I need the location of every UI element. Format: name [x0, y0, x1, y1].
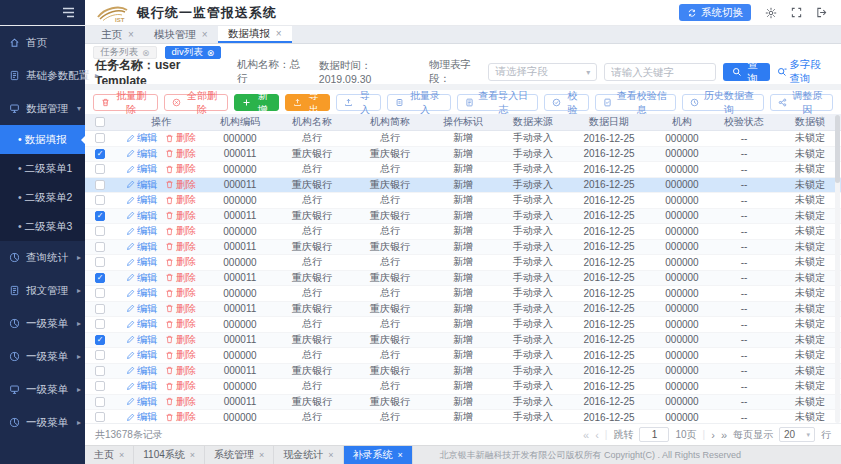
- edit-button[interactable]: 编辑: [126, 209, 157, 223]
- delete-button[interactable]: 删除: [165, 348, 196, 362]
- edit-button[interactable]: 编辑: [126, 193, 157, 207]
- edit-button[interactable]: 编辑: [126, 131, 157, 145]
- bottom-tab-cash-stats[interactable]: 现金统计 ×: [274, 446, 343, 464]
- field-select[interactable]: 请选择字段 ▾: [488, 63, 597, 81]
- row-checkbox[interactable]: [95, 180, 105, 190]
- bottom-tab-home[interactable]: 主页 ×: [85, 446, 134, 464]
- row-checkbox[interactable]: [95, 257, 105, 267]
- row-checkbox[interactable]: [95, 211, 105, 221]
- table-row[interactable]: 编辑 删除 000011 重庆银行 重庆银行 新增 手动录入 2016-12-2…: [85, 209, 841, 225]
- history-query-button[interactable]: 历史数据查询: [682, 94, 763, 111]
- row-checkbox[interactable]: [95, 304, 105, 314]
- batch-entry-button[interactable]: 批量录入: [387, 94, 450, 111]
- bottom-tab-1104-system[interactable]: 1104系统 ×: [134, 446, 205, 464]
- page-input[interactable]: [639, 427, 669, 442]
- delete-button[interactable]: 删除: [165, 333, 196, 347]
- edit-button[interactable]: 编辑: [126, 379, 157, 393]
- close-icon[interactable]: ×: [259, 450, 264, 460]
- delete-all-button[interactable]: 全部删除: [164, 94, 229, 111]
- logout-icon[interactable]: [816, 7, 827, 18]
- close-icon[interactable]: ×: [276, 28, 282, 39]
- delete-button[interactable]: 删除: [165, 364, 196, 378]
- sidebar-item-data-manage[interactable]: 数据管理 ▾: [0, 92, 85, 125]
- row-checkbox[interactable]: [95, 226, 105, 236]
- adjust-reason-button[interactable]: 调整原因: [770, 94, 833, 111]
- edit-button[interactable]: 编辑: [126, 178, 157, 192]
- per-page-select[interactable]: 20 ▾: [779, 427, 815, 442]
- row-checkbox[interactable]: [95, 133, 105, 143]
- row-checkbox[interactable]: [95, 381, 105, 391]
- close-icon[interactable]: ×: [328, 450, 333, 460]
- delete-button[interactable]: 删除: [165, 410, 196, 423]
- table-row[interactable]: 编辑 删除 000000 总行 总行 新增 手动录入 2016-12-25 00…: [85, 410, 841, 423]
- row-checkbox[interactable]: [95, 273, 105, 283]
- view-import-log-button[interactable]: 查看导入日志: [457, 94, 538, 111]
- hamburger-menu-icon[interactable]: [62, 7, 75, 18]
- table-row[interactable]: 编辑 删除 000011 重庆银行 重庆银行 新增 手动录入 2016-12-2…: [85, 333, 841, 349]
- delete-button[interactable]: 删除: [165, 271, 196, 285]
- scrollbar-thumb[interactable]: [835, 115, 840, 183]
- sidebar-item-menu-3[interactable]: 一级菜单 ▸: [0, 373, 85, 406]
- delete-button[interactable]: 删除: [165, 317, 196, 331]
- close-icon[interactable]: ×: [202, 29, 208, 40]
- tab-module-manage[interactable]: 模块管理 ×: [144, 26, 218, 43]
- edit-button[interactable]: 编辑: [126, 302, 157, 316]
- multi-field-query-link[interactable]: 多字段查询: [777, 58, 831, 86]
- edit-button[interactable]: 编辑: [126, 271, 157, 285]
- row-checkbox[interactable]: [95, 397, 105, 407]
- row-checkbox[interactable]: [95, 149, 105, 159]
- sidebar-item-submenu-2[interactable]: 二级菜单2: [0, 183, 85, 212]
- sidebar-item-menu-1[interactable]: 一级菜单 ▸: [0, 307, 85, 340]
- edit-button[interactable]: 编辑: [126, 162, 157, 176]
- sidebar-item-submenu-1[interactable]: 二级菜单1: [0, 154, 85, 183]
- view-validate-info-button[interactable]: 查看校验信息: [595, 94, 676, 111]
- table-row[interactable]: 编辑 删除 000000 总行 总行 新增 手动录入 2016-12-25 00…: [85, 317, 841, 333]
- vertical-scrollbar[interactable]: [835, 115, 840, 423]
- edit-button[interactable]: 编辑: [126, 364, 157, 378]
- sidebar-item-menu-4[interactable]: 一级菜单 ▸: [0, 406, 85, 439]
- table-row[interactable]: 编辑 删除 000000 总行 总行 新增 手动录入 2016-12-25 00…: [85, 286, 841, 302]
- delete-button[interactable]: 删除: [165, 224, 196, 238]
- batch-delete-button[interactable]: 批量删除: [93, 94, 158, 111]
- bottom-tab-system-manage[interactable]: 系统管理 ×: [205, 446, 274, 464]
- table-row[interactable]: 编辑 删除 000000 总行 总行 新增 手动录入 2016-12-25 00…: [85, 255, 841, 271]
- settings-gear-icon[interactable]: [765, 7, 777, 19]
- close-icon[interactable]: ×: [119, 450, 124, 460]
- delete-button[interactable]: 删除: [165, 147, 196, 161]
- edit-button[interactable]: 编辑: [126, 410, 157, 423]
- row-checkbox[interactable]: [95, 242, 105, 252]
- query-button[interactable]: 查询: [723, 63, 769, 81]
- table-row[interactable]: 编辑 删除 000000 总行 总行 新增 手动录入 2016-12-25 00…: [85, 162, 841, 178]
- delete-button[interactable]: 删除: [165, 286, 196, 300]
- add-button[interactable]: 新增: [234, 94, 279, 111]
- sidebar-item-home[interactable]: 首页: [0, 26, 85, 59]
- delete-button[interactable]: 删除: [165, 131, 196, 145]
- row-checkbox[interactable]: [95, 195, 105, 205]
- edit-button[interactable]: 编辑: [126, 348, 157, 362]
- prev-page-icon[interactable]: ‹: [595, 429, 599, 441]
- tab-data-entry[interactable]: 数据填报 ×: [218, 26, 292, 43]
- edit-button[interactable]: 编辑: [126, 395, 157, 409]
- table-row[interactable]: 编辑 删除 000000 总行 总行 新增 手动录入 2016-12-25 00…: [85, 193, 841, 209]
- import-button[interactable]: 导入: [336, 94, 381, 111]
- close-icon[interactable]: ×: [190, 450, 195, 460]
- table-row[interactable]: 编辑 删除 000011 重庆银行 重庆银行 新增 手动录入 2016-12-2…: [85, 271, 841, 287]
- sidebar-item-base-params[interactable]: 基础参数配置 ▸: [0, 59, 85, 92]
- edit-button[interactable]: 编辑: [126, 240, 157, 254]
- row-checkbox[interactable]: [95, 366, 105, 376]
- table-row[interactable]: 编辑 删除 000011 重庆银行 重庆银行 新增 手动录入 2016-12-2…: [85, 240, 841, 256]
- system-switch-button[interactable]: 系统切换: [679, 4, 751, 21]
- sidebar-item-message-manage[interactable]: 报文管理 ▸: [0, 274, 85, 307]
- delete-button[interactable]: 删除: [165, 379, 196, 393]
- sidebar-item-menu-2[interactable]: 一级菜单 ▸: [0, 340, 85, 373]
- row-checkbox[interactable]: [95, 319, 105, 329]
- fullscreen-icon[interactable]: [791, 7, 802, 18]
- row-checkbox[interactable]: [95, 335, 105, 345]
- tab-home[interactable]: 主页 ×: [91, 26, 144, 43]
- delete-button[interactable]: 删除: [165, 209, 196, 223]
- delete-button[interactable]: 删除: [165, 178, 196, 192]
- table-row[interactable]: 编辑 删除 000011 重庆银行 重庆银行 新增 手动录入 2016-12-2…: [85, 178, 841, 194]
- delete-button[interactable]: 删除: [165, 193, 196, 207]
- next-page-icon[interactable]: ›: [711, 429, 715, 441]
- sidebar-item-query-stats[interactable]: 查询统计 ▸: [0, 241, 85, 274]
